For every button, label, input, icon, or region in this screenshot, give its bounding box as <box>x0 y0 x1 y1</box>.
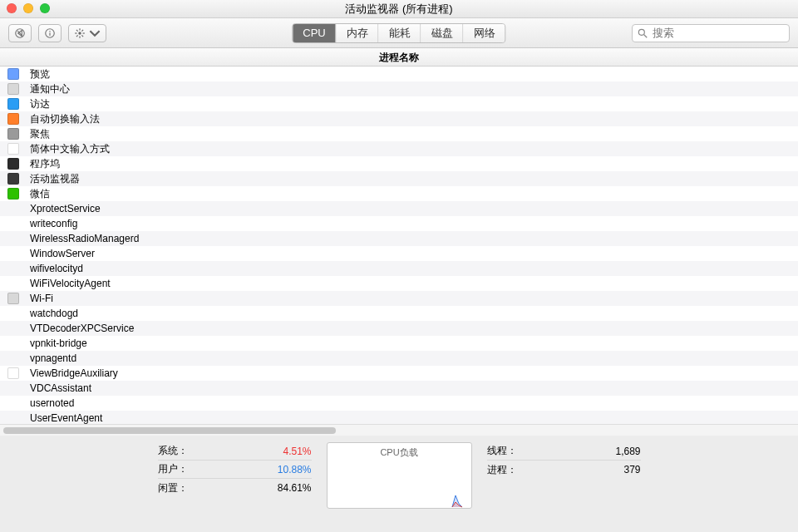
process-name: vpnkit-bridge <box>27 336 798 351</box>
process-name: watchdogd <box>27 306 798 321</box>
app-icon <box>7 143 19 155</box>
process-row[interactable]: 活动监视器 <box>0 171 798 186</box>
svg-point-4 <box>49 30 51 32</box>
process-name: usernoted <box>27 396 798 411</box>
stop-process-button[interactable] <box>8 24 32 42</box>
tab-磁盘[interactable]: 磁盘 <box>421 24 464 42</box>
process-name: ViewBridgeAuxiliary <box>27 366 798 381</box>
process-name: writeconfig <box>27 216 798 231</box>
user-label: 用户： <box>158 462 188 476</box>
app-icon <box>7 113 19 125</box>
process-icon-cell <box>0 231 27 246</box>
process-icon-cell <box>0 156 27 171</box>
stop-icon <box>14 27 26 39</box>
process-row[interactable]: watchdogd <box>0 306 798 321</box>
view-options-button[interactable] <box>68 24 106 42</box>
process-name: 自动切换输入法 <box>27 111 798 126</box>
process-row[interactable]: 访达 <box>0 96 798 111</box>
process-name: 通知中心 <box>27 81 798 96</box>
process-row[interactable]: vpnkit-bridge <box>0 336 798 351</box>
process-list[interactable]: 预览通知中心访达自动切换输入法聚焦简体中文输入方式程序坞活动监视器微信Xprot… <box>0 66 798 424</box>
procs-label: 进程： <box>487 463 517 477</box>
process-name: XprotectService <box>27 201 798 216</box>
tab-内存[interactable]: 内存 <box>337 24 379 42</box>
close-window-button[interactable] <box>7 3 17 13</box>
idle-label: 闲置： <box>158 481 188 495</box>
svg-point-6 <box>78 32 81 35</box>
process-row[interactable]: WindowServer <box>0 246 798 261</box>
process-row[interactable]: writeconfig <box>0 216 798 231</box>
process-row[interactable]: 程序坞 <box>0 156 798 171</box>
system-value: 4.51% <box>283 446 311 457</box>
svg-point-15 <box>638 29 644 35</box>
process-icon-cell <box>0 276 27 291</box>
process-row[interactable]: ViewBridgeAuxiliary <box>0 366 798 381</box>
process-icon-cell <box>0 66 27 81</box>
process-row[interactable]: 聚焦 <box>0 126 798 141</box>
process-row[interactable]: vpnagentd <box>0 351 798 366</box>
process-row[interactable]: 预览 <box>0 66 798 81</box>
gear-icon <box>74 27 86 39</box>
svg-line-11 <box>76 29 78 31</box>
toolbar: CPU内存能耗磁盘网络 <box>0 18 798 48</box>
title-bar: 活动监视器 (所有进程) <box>0 0 798 18</box>
procs-value: 379 <box>623 464 640 475</box>
cpu-usage-panel: 系统：4.51% 用户：10.88% 闲置：84.61% <box>158 442 312 497</box>
minimize-window-button[interactable] <box>23 3 33 13</box>
threads-value: 1,689 <box>615 446 640 457</box>
process-row[interactable]: 通知中心 <box>0 81 798 96</box>
process-row[interactable]: 自动切换输入法 <box>0 111 798 126</box>
process-row[interactable]: wifivelocityd <box>0 261 798 276</box>
app-icon <box>7 68 19 80</box>
process-name: 活动监视器 <box>27 171 798 186</box>
app-icon <box>7 158 19 170</box>
process-row[interactable]: usernoted <box>0 396 798 411</box>
process-row[interactable]: XprotectService <box>0 201 798 216</box>
process-icon-cell <box>0 126 27 141</box>
process-icon-cell <box>0 186 27 201</box>
process-icon-cell <box>0 321 27 336</box>
app-icon <box>7 188 19 200</box>
info-icon <box>44 27 56 39</box>
process-row[interactable]: Wi-Fi <box>0 291 798 306</box>
search-field-wrap <box>632 24 790 42</box>
tab-网络[interactable]: 网络 <box>464 24 505 42</box>
process-name: 访达 <box>27 96 798 111</box>
horizontal-scrollbar[interactable] <box>0 424 798 436</box>
process-name: VTDecoderXPCService <box>27 321 798 336</box>
svg-line-14 <box>81 29 83 31</box>
process-row[interactable]: VTDecoderXPCService <box>0 321 798 336</box>
process-name: 程序坞 <box>27 156 798 171</box>
tab-能耗[interactable]: 能耗 <box>379 24 421 42</box>
process-name: 聚焦 <box>27 126 798 141</box>
zoom-window-button[interactable] <box>40 3 50 13</box>
process-icon-cell <box>0 96 27 111</box>
process-row[interactable]: 简体中文输入方式 <box>0 141 798 156</box>
process-name: vpnagentd <box>27 351 798 366</box>
chevron-down-icon <box>89 27 101 39</box>
process-icon-cell <box>0 171 27 186</box>
process-icon-cell <box>0 216 27 231</box>
search-input[interactable] <box>632 24 790 42</box>
window-title: 活动监视器 (所有进程) <box>345 2 452 15</box>
tab-cpu[interactable]: CPU <box>293 24 336 42</box>
process-icon-cell <box>0 351 27 366</box>
app-icon <box>7 98 19 110</box>
idle-value: 84.61% <box>278 482 312 494</box>
process-row[interactable]: 微信 <box>0 186 798 201</box>
threads-label: 线程： <box>487 444 517 458</box>
process-name: WirelessRadioManagerd <box>27 231 798 246</box>
process-icon-cell <box>0 261 27 276</box>
process-icon-cell <box>0 81 27 96</box>
inspect-process-button[interactable] <box>38 24 62 42</box>
process-icon-cell <box>0 396 27 411</box>
process-row[interactable]: WirelessRadioManagerd <box>0 231 798 246</box>
column-header-process-name[interactable]: 进程名称 <box>0 48 798 66</box>
process-name: 简体中文输入方式 <box>27 141 798 156</box>
scrollbar-thumb[interactable] <box>3 427 336 434</box>
process-row[interactable]: WiFiVelocityAgent <box>0 276 798 291</box>
process-row[interactable]: VDCAssistant <box>0 381 798 396</box>
process-row[interactable]: UserEventAgent <box>0 411 798 424</box>
process-name: 预览 <box>27 66 798 81</box>
process-icon-cell <box>0 291 27 306</box>
